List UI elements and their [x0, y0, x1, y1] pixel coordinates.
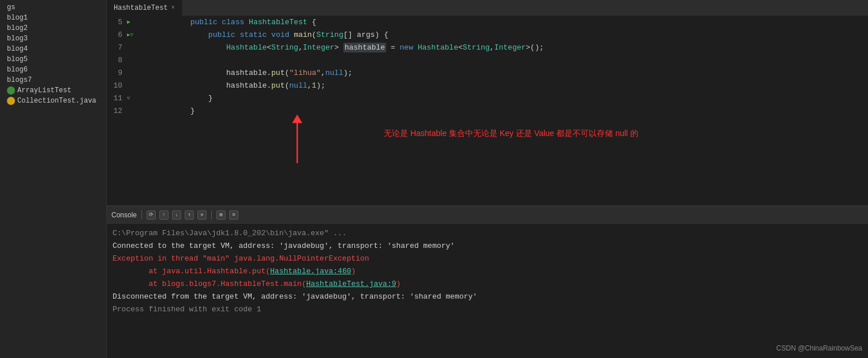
line-num-12: 12 — [107, 105, 127, 118]
line-num-6: 6 — [107, 29, 127, 42]
console-line-1: C:\Program Files\Java\jdk1.8.0_202\bin\j… — [113, 227, 862, 240]
line-arrow-6: ▶▽ — [127, 29, 136, 42]
bottom-panel: Console ⟳ ↑ ↓ ⇑ ✕ ⊞ ≡ C:\Program Files\J… — [107, 205, 868, 358]
console-btn-list[interactable]: ≡ — [229, 210, 238, 220]
java-file-icon — [7, 86, 15, 95]
console-line-5: at blogs.blogs7.HashtableTest.main(Hasht… — [113, 278, 862, 291]
line-num-9: 9 — [107, 67, 127, 80]
sidebar-item-collectiontest[interactable]: CollectionTest.java — [0, 96, 106, 106]
console-btn-scroll[interactable]: ✕ — [197, 210, 207, 220]
java-file-icon-orange — [7, 97, 15, 105]
sidebar-item-blogs7[interactable]: blogs7 — [0, 75, 106, 85]
watermark: CSDN @ChinaRainbowSea — [776, 344, 862, 352]
main-area: gs blog1 blog2 blog3 blog4 blog5 blog6 b… — [0, 0, 868, 358]
hashtable-link[interactable]: Hashtable.java:460 — [270, 267, 351, 276]
sidebar-item-blog5[interactable]: blog5 — [0, 54, 106, 65]
console-btn-down[interactable]: ↓ — [172, 210, 181, 220]
console-line-2: Connected to the target VM, address: 'ja… — [113, 240, 862, 253]
console-btn-rerun[interactable]: ⟳ — [147, 210, 156, 220]
tab-close-button[interactable]: × — [171, 5, 175, 11]
line-code-12: } — [136, 92, 868, 130]
sidebar-item-blog2[interactable]: blog2 — [0, 23, 106, 33]
sidebar-item-gs[interactable]: gs — [0, 2, 106, 13]
console-toolbar: Console ⟳ ↑ ↓ ⇑ ✕ ⊞ ≡ — [107, 206, 868, 224]
console-line-4: at java.util.Hashtable.put(Hashtable.jav… — [113, 265, 862, 278]
sidebar-item-blog4[interactable]: blog4 — [0, 44, 106, 54]
line-num-7: 7 — [107, 42, 127, 54]
console-line-3: Exception in thread "main" java.lang.Nul… — [113, 253, 862, 265]
toolbar-separator-2 — [211, 210, 212, 220]
console-btn-up2[interactable]: ⇑ — [185, 210, 194, 220]
line-arrow-5: ▶ — [127, 16, 136, 29]
console-line-6: Disconnected from the target VM, address… — [113, 291, 862, 303]
sidebar-item-blog6[interactable]: blog6 — [0, 65, 106, 75]
line-arrow-11: ▽ — [127, 92, 136, 105]
console-label: Console — [111, 211, 137, 219]
sidebar-item-blog1[interactable]: blog1 — [0, 13, 106, 23]
code-lines: 5 ▶ public class HashtableTest { 6 ▶▽ pu… — [107, 16, 868, 118]
console-btn-stop[interactable]: ↑ — [159, 210, 169, 220]
console-btn-grid[interactable]: ⊞ — [216, 210, 226, 220]
line-num-11: 11 — [107, 92, 127, 105]
tab-bar: HashtableTest × — [107, 0, 868, 16]
line-num-8: 8 — [107, 54, 127, 67]
sidebar-item-arraylisttest[interactable]: ArrayListTest — [0, 85, 106, 96]
tab-label: HashtableTest — [114, 4, 168, 12]
line-num-5: 5 — [107, 16, 127, 29]
sidebar: gs blog1 blog2 blog3 blog4 blog5 blog6 b… — [0, 0, 107, 358]
annotation-text: 无论是 Hashtable 集合中无论是 Key 还是 Value 都是不可以存… — [384, 129, 638, 139]
tab-hashtabletest[interactable]: HashtableTest × — [107, 0, 182, 16]
toolbar-separator-1 — [141, 210, 142, 220]
code-editor[interactable]: 5 ▶ public class HashtableTest { 6 ▶▽ pu… — [107, 16, 868, 205]
line-num-10: 10 — [107, 80, 127, 92]
console-output[interactable]: C:\Program Files\Java\jdk1.8.0_202\bin\j… — [107, 224, 868, 358]
code-line-12: 12 } — [107, 105, 868, 118]
console-line-8: Process finished with exit code 1 — [113, 303, 862, 316]
editor-area: HashtableTest × 5 ▶ public class Hashtab… — [107, 0, 868, 358]
sidebar-item-blog3[interactable]: blog3 — [0, 33, 106, 44]
code-line-7: 7 Hashtable<String,Integer> hashtable = … — [107, 42, 868, 54]
hashtabletest-link[interactable]: HashtableTest.java:9 — [306, 280, 396, 288]
